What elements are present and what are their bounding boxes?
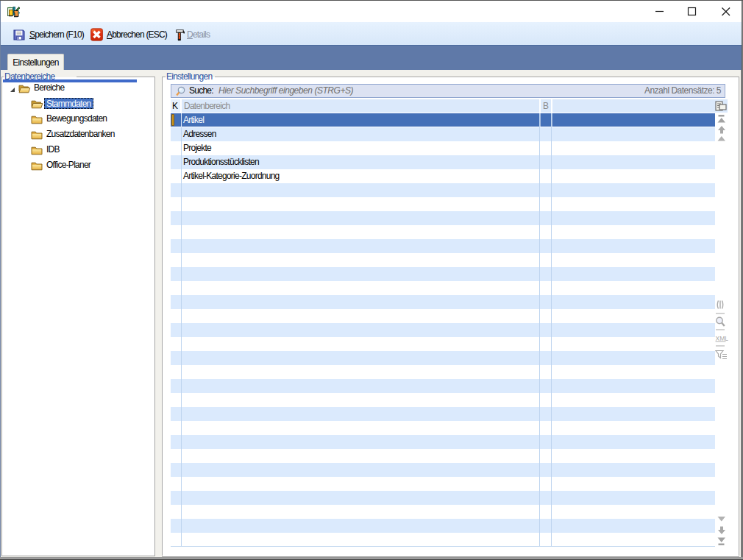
svg-text:XML: XML xyxy=(716,335,729,342)
